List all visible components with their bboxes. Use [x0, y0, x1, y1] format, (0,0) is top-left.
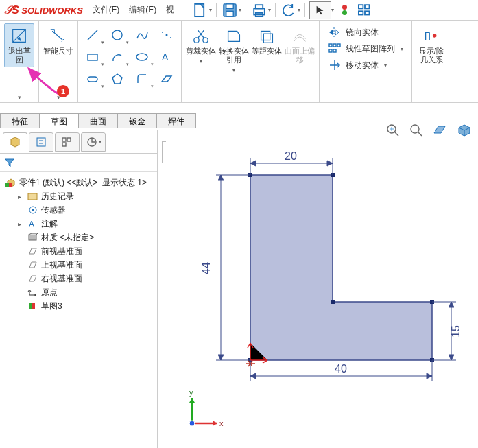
undo-button[interactable]	[280, 2, 298, 19]
plane-tool[interactable]	[156, 70, 177, 88]
surface-offset-label: 曲面上偏移	[285, 47, 315, 64]
svg-point-17	[170, 37, 171, 38]
svg-point-14	[136, 54, 147, 60]
tree-material[interactable]: 材质 <未指定>	[3, 231, 154, 244]
dimxpert-tab[interactable]: ▾	[81, 132, 106, 152]
tab-weldment[interactable]: 焊件	[156, 113, 196, 128]
arc-tool[interactable]: ▾	[107, 48, 128, 66]
dim-bottom: 40	[335, 363, 347, 375]
line-tool[interactable]: ▾	[82, 26, 103, 44]
svg-rect-24	[333, 44, 336, 47]
dropdown-icon[interactable]: ▾	[57, 94, 60, 101]
linear-pattern-button[interactable]: 线性草图阵列▾	[328, 43, 403, 55]
ellipse-tool[interactable]: ▾	[132, 48, 152, 66]
svg-text:A: A	[162, 51, 169, 62]
exit-sketch-label: 退出草图	[6, 47, 32, 64]
offset-entities-button[interactable]: 等距实体	[252, 23, 282, 56]
svg-rect-7	[359, 5, 363, 8]
smart-dimension-button[interactable]: 智能尺寸	[43, 23, 73, 56]
dropdown-icon[interactable]: ▾	[209, 7, 212, 13]
svg-rect-12	[88, 77, 97, 82]
config-tab[interactable]	[55, 132, 80, 152]
new-button[interactable]	[191, 2, 209, 19]
display-relations-button[interactable]: 显示/除几关系	[416, 23, 446, 64]
menu-edit[interactable]: 编辑(E)	[129, 4, 156, 16]
dropdown-icon[interactable]: ▾	[268, 7, 271, 13]
tab-sketch[interactable]: 草图	[39, 113, 79, 128]
svg-rect-27	[333, 49, 336, 52]
title-bar: 𝒮S SOLIDWORKS 文件(F) 编辑(E) 视 ▾ ▾ ▾ ▾ ▾	[0, 0, 478, 21]
select-tool[interactable]	[309, 1, 331, 19]
dropdown-icon[interactable]: ▾	[298, 7, 300, 13]
tree-origin[interactable]: 原点	[3, 285, 154, 299]
svg-rect-42	[29, 235, 36, 240]
spline-tool[interactable]	[132, 26, 152, 44]
polygon-tool[interactable]	[107, 70, 128, 88]
move-entities-button[interactable]: 移动实体▾	[328, 59, 403, 71]
dropdown-icon[interactable]: ▾	[18, 94, 21, 101]
exit-sketch-button[interactable]: 退出草图	[4, 23, 34, 67]
slot-tool[interactable]: ▾	[82, 70, 103, 88]
svg-rect-31	[37, 138, 45, 146]
svg-point-40	[32, 209, 34, 211]
print-button[interactable]	[250, 2, 268, 19]
ribbon-group-transform: 镜向实体 线性草图阵列▾ 移动实体▾	[320, 21, 412, 102]
surface-offset-button[interactable]: 曲面上偏移	[285, 23, 315, 64]
svg-rect-22	[263, 34, 272, 43]
smart-dimension-label: 智能尺寸	[43, 47, 73, 56]
menu-file[interactable]: 文件(F)	[93, 4, 119, 16]
command-tabs: 特征 草图 曲面 钣金 焊件	[0, 113, 195, 128]
point-tool[interactable]	[156, 26, 177, 44]
svg-point-28	[433, 34, 437, 38]
menu-bar: 文件(F) 编辑(E) 视	[93, 4, 174, 16]
text-tool[interactable]: A	[156, 48, 177, 66]
save-button[interactable]	[221, 2, 239, 19]
panel-tabs: ▾	[0, 130, 157, 154]
ribbon-group-sketch-tools: ▾ ▾ ▾ ▾ ▾ ▾ ▾ A	[78, 21, 182, 102]
svg-rect-2	[226, 3, 233, 8]
svg-rect-23	[329, 44, 332, 47]
svg-rect-3	[226, 11, 233, 16]
ribbon-group-modify: 剪裁实体 ▾ 转换实体引用 ▾ 等距实体 曲面上偏移	[182, 21, 320, 102]
svg-point-15	[166, 34, 168, 36]
svg-text:x: x	[219, 419, 224, 427]
tab-sheetmetal[interactable]: 钣金	[117, 113, 157, 128]
tree-front-plane[interactable]: 前视基准面	[3, 244, 154, 258]
tree-annotations[interactable]: ▸A注解	[3, 217, 154, 231]
trim-button[interactable]: 剪裁实体 ▾	[186, 23, 216, 66]
svg-rect-21	[261, 31, 270, 40]
fillet-tool[interactable]: ▾	[132, 70, 152, 88]
property-tab[interactable]	[29, 132, 53, 152]
circle-tool[interactable]: ▾	[107, 26, 128, 44]
tab-surface[interactable]: 曲面	[78, 113, 118, 128]
dropdown-icon[interactable]: ▾	[239, 7, 241, 13]
tree-root[interactable]: 零件1 (默认) <<默认>_显示状态 1>	[3, 176, 154, 189]
dropdown-icon[interactable]: ▾	[331, 7, 334, 13]
ribbon-group-display: 显示/除几关系	[412, 21, 451, 102]
convert-entities-button[interactable]: 转换实体引用 ▾	[219, 23, 249, 75]
convert-label: 转换实体引用	[219, 47, 249, 64]
tree-sensors[interactable]: 传感器	[3, 203, 154, 217]
svg-rect-33	[67, 138, 71, 141]
tree-right-plane[interactable]: 右视基准面	[3, 272, 154, 285]
mirror-button[interactable]: 镜向实体	[328, 26, 403, 38]
svg-rect-5	[256, 5, 263, 8]
feature-tree-tab[interactable]	[3, 132, 27, 152]
svg-rect-47	[331, 300, 335, 304]
options-button[interactable]	[356, 2, 374, 19]
filter-icon[interactable]	[4, 157, 15, 168]
dim-right: 15	[450, 325, 462, 338]
display-label: 显示/除几关系	[416, 47, 446, 64]
rectangle-tool[interactable]: ▾	[82, 48, 103, 66]
svg-point-20	[203, 38, 208, 43]
svg-rect-8	[365, 5, 370, 8]
tree-sketch3[interactable]: 草图3	[3, 299, 154, 313]
svg-rect-11	[88, 54, 97, 60]
trim-label: 剪裁实体	[186, 47, 216, 56]
menu-view[interactable]: 视	[166, 4, 174, 16]
graphics-viewport[interactable]: 20 44 40 15	[158, 137, 478, 448]
ribbon: 退出草图 ▾ 智能尺寸 ▾ ▾ ▾ ▾ ▾ ▾ ▾ ▾	[0, 21, 478, 103]
tab-feature[interactable]: 特征	[0, 113, 40, 128]
tree-top-plane[interactable]: 上视基准面	[3, 258, 154, 272]
tree-history[interactable]: ▸历史记录	[3, 189, 154, 203]
